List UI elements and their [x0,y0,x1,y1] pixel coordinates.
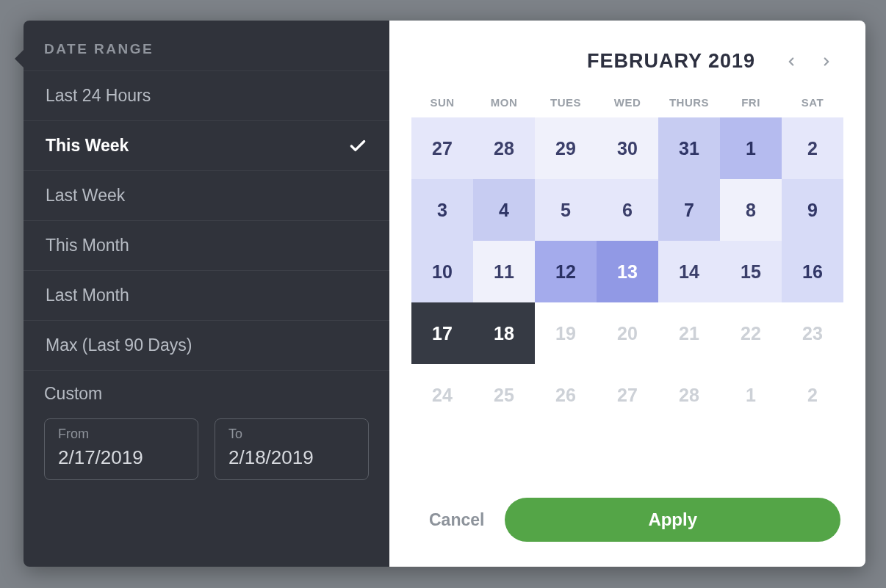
dow-label: FRI [720,96,782,109]
from-value: 2/17/2019 [58,446,184,469]
range-this-month[interactable]: This Month [24,220,389,270]
cancel-button[interactable]: Cancel [429,510,484,530]
calendar-day[interactable]: 20 [597,302,658,364]
from-label: From [58,427,184,442]
next-month-button[interactable] [815,51,838,73]
calendar-day[interactable]: 17 [411,302,473,364]
apply-button[interactable]: Apply [505,498,840,542]
calendar-day[interactable]: 28 [473,117,535,179]
dow-label: SAT [782,96,843,109]
prev-month-button[interactable] [780,51,802,73]
range-label: Max (Last 90 Days) [46,335,192,355]
range-last-month[interactable]: Last Month [24,270,389,320]
to-date-input[interactable]: To 2/18/2019 [215,418,369,480]
custom-section: Custom From 2/17/2019 To 2/18/2019 [24,371,389,480]
calendar-day[interactable]: 1 [720,364,782,426]
calendar-day[interactable]: 6 [597,179,658,241]
calendar-day[interactable]: 28 [658,364,720,426]
calendar-day[interactable]: 9 [782,179,843,241]
preset-panel: DATE RANGE Last 24 Hours This Week Last … [24,21,389,567]
modal-footer: Cancel Apply [411,498,843,545]
calendar-day[interactable]: 12 [535,241,597,302]
calendar-day[interactable]: 27 [597,364,658,426]
calendar-day[interactable]: 24 [411,364,473,426]
range-label: Last Week [46,186,125,206]
custom-label: Custom [44,384,369,404]
calendar-day[interactable]: 11 [473,241,535,302]
calendar-day[interactable]: 3 [411,179,473,241]
calendar-day[interactable]: 19 [535,302,597,364]
calendar-day[interactable]: 1 [720,117,782,179]
calendar-day[interactable]: 30 [597,117,658,179]
calendar-day[interactable]: 22 [720,302,782,364]
calendar-day[interactable]: 8 [720,179,782,241]
dow-label: THURS [658,96,720,109]
day-of-week-row: SUNMONTUESWEDTHURSFRISAT [411,96,843,109]
chevron-left-icon [785,55,798,68]
calendar-day[interactable]: 4 [473,179,535,241]
calendar-day[interactable]: 26 [535,364,597,426]
to-value: 2/18/2019 [228,446,355,469]
calendar-day[interactable]: 21 [658,302,720,364]
dow-label: TUES [535,96,597,109]
calendar-body: SUNMONTUESWEDTHURSFRISAT 272829303112345… [411,96,843,426]
calendar-day[interactable]: 13 [597,241,658,302]
dow-label: MON [473,96,535,109]
date-range-modal: DATE RANGE Last 24 Hours This Week Last … [24,21,865,567]
calendar-day[interactable]: 10 [411,241,473,302]
chevron-right-icon [820,55,833,68]
calendar-day[interactable]: 18 [473,302,535,364]
calendar-day[interactable]: 25 [473,364,535,426]
calendar-panel: FEBRUARY 2019 SUNMONTUESWEDTHURSFRISAT 2… [389,21,865,567]
calendar-day[interactable]: 5 [535,179,597,241]
calendar-day[interactable]: 2 [782,364,843,426]
calendar-grid: 2728293031123456789101112131415161718192… [411,117,843,426]
calendar-day[interactable]: 16 [782,241,843,302]
range-label: This Month [46,236,129,255]
check-icon [348,137,367,156]
calendar-day[interactable]: 31 [658,117,720,179]
calendar-day[interactable]: 2 [782,117,843,179]
range-last-24-hours[interactable]: Last 24 Hours [24,70,389,120]
panel-title: DATE RANGE [24,41,389,70]
calendar-day[interactable]: 15 [720,241,782,302]
range-list: Last 24 Hours This Week Last Week This M… [24,70,389,371]
from-date-input[interactable]: From 2/17/2019 [44,418,198,480]
calendar-day[interactable]: 27 [411,117,473,179]
calendar-day[interactable]: 23 [782,302,843,364]
calendar-day[interactable]: 14 [658,241,720,302]
range-label: Last 24 Hours [46,86,151,106]
calendar-month-label: FEBRUARY 2019 [587,50,755,73]
calendar-day[interactable]: 29 [535,117,597,179]
dow-label: SUN [411,96,473,109]
dow-label: WED [597,96,658,109]
range-label: Last Month [46,286,129,305]
calendar-day[interactable]: 7 [658,179,720,241]
calendar-header: FEBRUARY 2019 [411,50,843,73]
range-label: This Week [46,136,129,156]
to-label: To [228,427,355,442]
range-max-90-days[interactable]: Max (Last 90 Days) [24,320,389,371]
custom-inputs: From 2/17/2019 To 2/18/2019 [44,418,369,480]
range-last-week[interactable]: Last Week [24,170,389,220]
range-this-week[interactable]: This Week [24,120,389,170]
